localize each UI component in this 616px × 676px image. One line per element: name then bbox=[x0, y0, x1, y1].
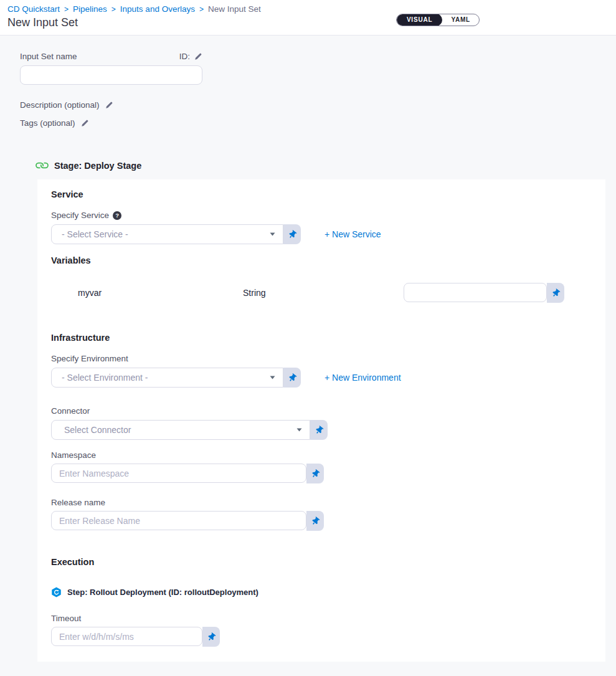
specify-service-label-row: Specify Service ? bbox=[51, 211, 592, 220]
help-icon[interactable]: ? bbox=[113, 211, 121, 220]
pin-icon bbox=[310, 515, 321, 526]
input-set-name-label: Input Set name bbox=[20, 52, 77, 61]
tags-label: Tags (optional) bbox=[20, 118, 75, 128]
timeout-pin-button[interactable] bbox=[202, 627, 220, 647]
infrastructure-section-heading: Infrastructure bbox=[51, 333, 592, 343]
pencil-icon bbox=[194, 52, 202, 60]
tags-row: Tags (optional) bbox=[20, 118, 616, 128]
service-pin-button[interactable] bbox=[283, 224, 301, 244]
pin-icon bbox=[287, 229, 298, 240]
breadcrumb-separator: > bbox=[111, 5, 116, 14]
breadcrumb-current: New Input Set bbox=[208, 4, 261, 14]
connector-select[interactable]: Select Connector bbox=[51, 420, 310, 440]
namespace-field[interactable] bbox=[51, 464, 306, 483]
input-set-name-block: Input Set name ID: bbox=[20, 52, 616, 85]
new-service-link[interactable]: + New Service bbox=[325, 229, 381, 239]
specify-environment-label: Specify Environment bbox=[51, 354, 592, 363]
pin-icon bbox=[550, 287, 561, 298]
new-input-set-page: CD Quickstart > Pipelines > Inputs and O… bbox=[0, 0, 616, 676]
main-content: Input Set name ID: Description (optional… bbox=[0, 36, 616, 662]
stage-link-icon bbox=[34, 157, 50, 174]
namespace-pin-button[interactable] bbox=[306, 464, 324, 483]
variables-heading: Variables bbox=[51, 255, 592, 265]
tab-yaml[interactable]: YAML bbox=[442, 14, 479, 26]
execution-section-heading: Execution bbox=[51, 557, 592, 567]
stage-inputs-card: Service Specify Service ? - Select Servi… bbox=[37, 179, 605, 662]
chevron-down-icon bbox=[270, 232, 275, 236]
specify-service-label: Specify Service bbox=[51, 211, 109, 220]
tab-visual[interactable]: VISUAL bbox=[397, 14, 442, 26]
pin-icon bbox=[313, 424, 325, 436]
visual-yaml-toggle: VISUAL YAML bbox=[396, 14, 480, 26]
description-row: Description (optional) bbox=[20, 100, 616, 110]
id-group: ID: bbox=[179, 52, 202, 61]
timeout-label: Timeout bbox=[51, 614, 592, 623]
release-name-pin-button[interactable] bbox=[306, 511, 324, 531]
variable-row: myvar String bbox=[51, 283, 592, 303]
id-label: ID: bbox=[179, 52, 190, 61]
step-header: Step: Rollout Deployment (ID: rolloutDep… bbox=[51, 587, 592, 597]
breadcrumb-cd-quickstart[interactable]: CD Quickstart bbox=[7, 4, 60, 14]
breadcrumb-separator: > bbox=[64, 5, 69, 14]
edit-id-button[interactable] bbox=[194, 52, 202, 60]
pin-icon bbox=[287, 372, 298, 383]
description-label: Description (optional) bbox=[20, 100, 100, 110]
page-header: CD Quickstart > Pipelines > Inputs and O… bbox=[0, 0, 616, 36]
variable-name: myvar bbox=[78, 288, 243, 298]
environment-select[interactable]: - Select Environment - bbox=[51, 368, 283, 388]
edit-description-button[interactable] bbox=[105, 101, 113, 109]
release-name-label: Release name bbox=[51, 498, 592, 507]
variable-pin-button[interactable] bbox=[547, 283, 564, 303]
breadcrumb-inputs-and-overlays[interactable]: Inputs and Overlays bbox=[120, 4, 195, 14]
environment-select-placeholder: - Select Environment - bbox=[62, 373, 270, 383]
connector-label: Connector bbox=[51, 406, 592, 416]
stage-header: Stage: Deploy Stage bbox=[36, 159, 616, 171]
pencil-icon bbox=[105, 101, 113, 109]
page-title: New Input Set bbox=[7, 16, 606, 29]
breadcrumb-separator: > bbox=[199, 5, 204, 14]
namespace-label: Namespace bbox=[51, 450, 592, 460]
connector-select-placeholder: Select Connector bbox=[64, 425, 296, 435]
edit-tags-button[interactable] bbox=[81, 119, 89, 127]
service-section-heading: Service bbox=[51, 189, 592, 199]
connector-pin-button[interactable] bbox=[310, 420, 328, 440]
step-title: Step: Rollout Deployment (ID: rolloutDep… bbox=[67, 588, 258, 597]
chevron-down-icon bbox=[270, 376, 275, 379]
variable-value-field[interactable] bbox=[404, 283, 547, 302]
release-name-field[interactable] bbox=[51, 511, 306, 530]
stage-title: Stage: Deploy Stage bbox=[54, 161, 141, 171]
environment-pin-button[interactable] bbox=[283, 368, 301, 388]
pin-icon bbox=[310, 468, 321, 479]
chevron-down-icon bbox=[296, 428, 302, 432]
new-environment-link[interactable]: + New Environment bbox=[325, 373, 401, 383]
rollout-step-icon bbox=[51, 587, 62, 597]
pencil-icon bbox=[81, 119, 89, 127]
pin-icon bbox=[206, 631, 217, 642]
variable-type: String bbox=[243, 288, 404, 298]
service-select[interactable]: - Select Service - bbox=[51, 224, 283, 244]
service-select-placeholder: - Select Service - bbox=[62, 229, 270, 239]
input-set-name-field[interactable] bbox=[20, 65, 202, 85]
breadcrumb-pipelines[interactable]: Pipelines bbox=[73, 4, 107, 14]
timeout-field[interactable] bbox=[51, 627, 202, 646]
breadcrumb: CD Quickstart > Pipelines > Inputs and O… bbox=[7, 4, 606, 14]
